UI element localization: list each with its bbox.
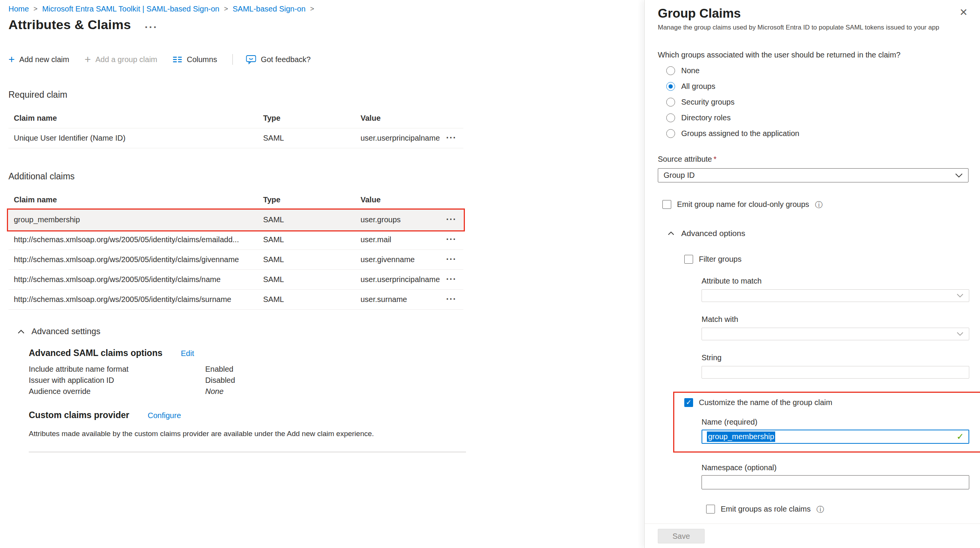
claim-type-cell: SAML <box>258 215 355 224</box>
save-button[interactable]: Save <box>658 529 705 543</box>
name-required-label: Name (required) <box>702 418 980 427</box>
chevron-up-icon <box>18 330 25 334</box>
radio-icon[interactable] <box>666 98 675 107</box>
table-row-group-membership[interactable]: group_membership SAML user.groups ··· <box>8 210 463 230</box>
group-claim-name-input[interactable]: group_membership ✓ <box>702 430 969 444</box>
radio-option-groups-assigned[interactable]: Groups assigned to the application <box>666 129 968 138</box>
feedback-button[interactable]: Got feedback? <box>246 55 311 64</box>
claim-value-cell: user.userprincipalname [... <box>355 134 440 143</box>
breadcrumb-link-app[interactable]: Microsoft Entra SAML Toolkit | SAML-base… <box>42 5 219 13</box>
match-with-dropdown[interactable] <box>702 328 969 340</box>
add-new-claim-button[interactable]: + Add new claim <box>8 55 69 64</box>
radio-option-directory-roles[interactable]: Directory roles <box>666 113 968 122</box>
advanced-options-toggle[interactable]: Advanced options <box>668 229 968 238</box>
radio-option-none[interactable]: None <box>666 66 968 75</box>
checkbox-checked-icon[interactable] <box>684 398 693 407</box>
chevron-down-icon <box>957 294 964 298</box>
emit-roles-checkbox-row[interactable]: Emit groups as role claims ⓘ <box>706 505 968 514</box>
row-context-menu-button[interactable]: ··· <box>446 274 456 284</box>
row-context-menu-button[interactable]: ··· <box>446 132 456 143</box>
source-attribute-label: Source attribute* <box>658 155 968 164</box>
radio-label: Groups assigned to the application <box>681 129 799 138</box>
custom-claims-description: Attributes made available by the custom … <box>29 430 644 438</box>
radio-label: None <box>681 66 700 75</box>
breadcrumb-link-saml-signon[interactable]: SAML-based Sign-on <box>232 5 305 13</box>
table-row[interactable]: http://schemas.xmlsoap.org/ws/2005/05/id… <box>8 250 463 270</box>
configure-link[interactable]: Configure <box>148 411 181 420</box>
chevron-up-icon <box>668 231 674 235</box>
property-label: Issuer with application ID <box>29 375 205 386</box>
chevron-down-icon <box>955 173 963 178</box>
column-header-type: Type <box>258 195 355 204</box>
property-value: Disabled <box>205 375 235 386</box>
claim-type-cell: SAML <box>258 235 355 244</box>
namespace-input[interactable] <box>702 475 969 489</box>
radio-icon[interactable] <box>666 113 675 122</box>
filter-groups-checkbox-row[interactable]: Filter groups <box>684 255 968 264</box>
advanced-settings-toggle[interactable]: Advanced settings <box>18 327 644 336</box>
valid-check-icon: ✓ <box>957 432 964 442</box>
claim-value-cell: user.surname <box>355 295 440 304</box>
group-claims-panel: Group Claims ✕ Manage the group claims u… <box>644 0 980 548</box>
radio-label: Directory roles <box>681 113 731 122</box>
claim-value-cell: user.givenname <box>355 255 440 264</box>
row-context-menu-button[interactable]: ··· <box>446 234 456 244</box>
required-claim-section-title: Required claim <box>8 90 644 100</box>
close-icon[interactable]: ✕ <box>959 6 968 18</box>
string-input[interactable] <box>702 366 969 379</box>
saml-options-title: Advanced SAML claims options <box>29 348 162 358</box>
info-icon[interactable]: ⓘ <box>815 201 823 208</box>
radio-label: All groups <box>681 82 715 91</box>
row-context-menu-button[interactable]: ··· <box>446 294 456 304</box>
add-group-claim-button[interactable]: + Add a group claim <box>84 55 157 64</box>
claim-name-cell: http://schemas.xmlsoap.org/ws/2005/05/id… <box>8 235 258 244</box>
checkbox-icon[interactable] <box>662 200 671 209</box>
checkbox-label: Customize the name of the group claim <box>699 398 832 407</box>
property-row: Include attribute name format Enabled <box>29 364 644 375</box>
edit-link[interactable]: Edit <box>181 349 194 358</box>
checkbox-icon[interactable] <box>706 505 715 514</box>
table-header-row: Claim name Type Value <box>8 188 463 210</box>
info-icon[interactable]: ⓘ <box>817 505 824 513</box>
command-bar: + Add new claim + Add a group claim Colu… <box>8 51 644 67</box>
columns-button[interactable]: Columns <box>173 55 217 64</box>
radio-option-security-groups[interactable]: Security groups <box>666 97 968 107</box>
table-row[interactable]: http://schemas.xmlsoap.org/ws/2005/05/id… <box>8 270 463 290</box>
radio-label: Security groups <box>681 98 735 107</box>
group-claims-question: Which groups associated with the user sh… <box>658 51 968 59</box>
column-header-claim-name: Claim name <box>8 114 258 123</box>
panel-title: Group Claims <box>658 6 741 21</box>
breadcrumb-link-home[interactable]: Home <box>8 5 29 13</box>
advanced-options-label: Advanced options <box>681 229 745 238</box>
plus-icon: + <box>8 56 15 63</box>
annotation-highlight-box: Customize the name of the group claim Na… <box>673 392 980 453</box>
saml-options-properties: Include attribute name format Enabled Is… <box>29 364 644 397</box>
plus-icon: + <box>84 56 91 63</box>
breadcrumb: Home > Microsoft Entra SAML Toolkit | SA… <box>0 0 644 13</box>
emit-group-name-checkbox-row[interactable]: Emit group name for cloud-only groups ⓘ <box>662 200 968 209</box>
row-context-menu-button[interactable]: ··· <box>446 254 456 264</box>
claim-name-cell: http://schemas.xmlsoap.org/ws/2005/05/id… <box>8 295 258 304</box>
attribute-to-match-dropdown[interactable] <box>702 289 969 302</box>
claim-type-cell: SAML <box>258 255 355 264</box>
more-options-button[interactable]: ··· <box>145 21 158 29</box>
customize-name-checkbox-row[interactable]: Customize the name of the group claim <box>684 398 980 407</box>
namespace-optional-label: Namespace (optional) <box>702 463 968 472</box>
table-row[interactable]: http://schemas.xmlsoap.org/ws/2005/05/id… <box>8 290 463 310</box>
radio-icon[interactable] <box>666 66 675 75</box>
additional-claims-section-title: Additional claims <box>8 171 644 182</box>
claim-value-cell: user.groups <box>355 215 440 224</box>
radio-icon[interactable] <box>666 129 675 138</box>
breadcrumb-chevron-icon: > <box>223 5 229 13</box>
string-label: String <box>702 353 968 362</box>
checkbox-label: Emit groups as role claims <box>721 505 811 514</box>
table-row[interactable]: Unique User Identifier (Name ID) SAML us… <box>8 128 463 148</box>
source-attribute-dropdown[interactable]: Group ID <box>658 168 968 182</box>
table-row[interactable]: http://schemas.xmlsoap.org/ws/2005/05/id… <box>8 230 463 250</box>
row-context-menu-button[interactable]: ··· <box>446 214 456 224</box>
required-claims-table: Claim name Type Value Unique User Identi… <box>8 106 463 148</box>
radio-selected-icon[interactable] <box>666 82 675 91</box>
additional-claims-table: Claim name Type Value group_membership S… <box>8 188 463 310</box>
checkbox-icon[interactable] <box>684 255 693 264</box>
radio-option-all-groups[interactable]: All groups <box>666 82 968 91</box>
